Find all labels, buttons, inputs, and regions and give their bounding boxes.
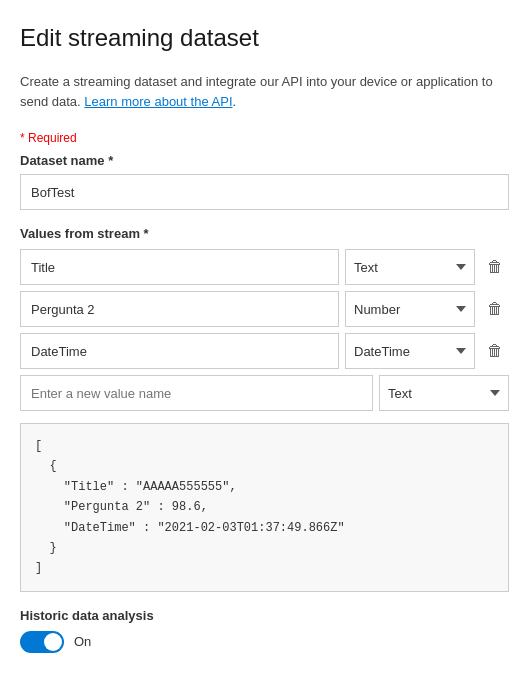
stream-type-select[interactable]: TextNumberDateTimeTrue/False — [345, 291, 475, 327]
delete-stream-row-button[interactable]: 🗑 — [481, 337, 509, 365]
stream-rows-container: TextNumberDateTimeTrue/False🗑TextNumberD… — [20, 249, 509, 369]
toggle-thumb — [44, 633, 62, 651]
delete-stream-row-button[interactable]: 🗑 — [481, 253, 509, 281]
stream-row: TextNumberDateTimeTrue/False🗑 — [20, 333, 509, 369]
stream-name-input[interactable] — [20, 291, 339, 327]
delete-stream-row-button[interactable]: 🗑 — [481, 295, 509, 323]
stream-row: TextNumberDateTimeTrue/False🗑 — [20, 291, 509, 327]
stream-name-input[interactable] — [20, 333, 339, 369]
stream-type-select[interactable]: TextNumberDateTimeTrue/False — [345, 249, 475, 285]
toggle-row: On — [20, 631, 509, 653]
historic-toggle[interactable] — [20, 631, 64, 653]
historic-section: Historic data analysis On — [20, 608, 509, 653]
stream-type-select[interactable]: TextNumberDateTimeTrue/False — [345, 333, 475, 369]
page-title: Edit streaming dataset — [20, 24, 509, 52]
dataset-name-input[interactable] — [20, 174, 509, 210]
new-value-name-input[interactable] — [20, 375, 373, 411]
json-preview: [ { "Title" : "AAAAA555555", "Pergunta 2… — [20, 423, 509, 592]
historic-label: Historic data analysis — [20, 608, 509, 623]
dataset-name-label: Dataset name * — [20, 153, 509, 168]
toggle-label: On — [74, 634, 91, 649]
description-text: Create a streaming dataset and integrate… — [20, 72, 509, 111]
values-from-stream-label: Values from stream * — [20, 226, 509, 241]
api-link[interactable]: Learn more about the API — [84, 94, 232, 109]
required-note: * Required — [20, 131, 509, 145]
stream-name-input[interactable] — [20, 249, 339, 285]
new-value-type-select[interactable]: TextNumberDateTimeTrue/False — [379, 375, 509, 411]
new-value-row: TextNumberDateTimeTrue/False — [20, 375, 509, 411]
stream-row: TextNumberDateTimeTrue/False🗑 — [20, 249, 509, 285]
